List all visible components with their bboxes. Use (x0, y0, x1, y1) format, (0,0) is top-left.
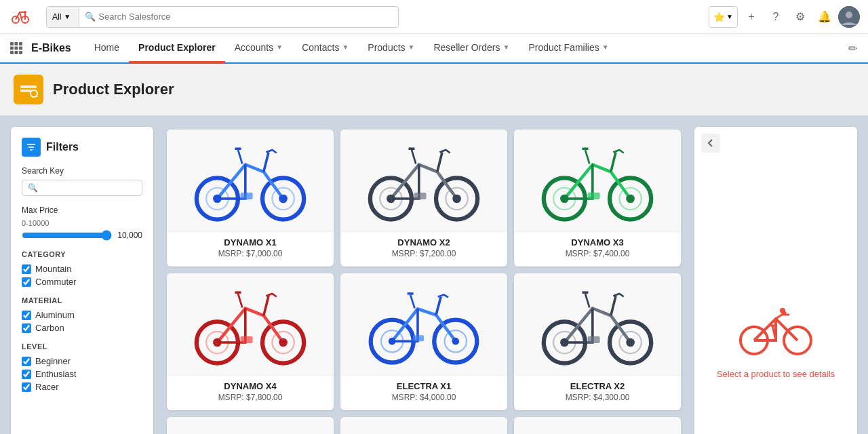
search-icon: 🔍 (85, 12, 96, 22)
level-racer-label: Racer (35, 382, 59, 392)
material-carbon-checkbox[interactable] (22, 323, 31, 333)
product-info: ELECTRA X2 MSRP: $4,300.00 (514, 375, 681, 410)
product-image (514, 417, 681, 434)
svg-rect-47 (241, 336, 253, 343)
collapse-detail-button[interactable] (701, 134, 720, 153)
svg-rect-40 (588, 193, 600, 199)
svg-point-48 (279, 338, 288, 347)
detail-empty-state: Select a product to see details (705, 138, 846, 434)
filters-panel: Filters Search Key 🔍 Max Price 0-10000 1… (11, 127, 153, 434)
svg-point-42 (560, 195, 569, 203)
product-image (167, 273, 334, 375)
nav-label-home: Home (94, 42, 119, 53)
search-key-input-wrapper: 🔍 (22, 180, 142, 196)
material-section: MATERIAL Aluminum Carbon (22, 296, 142, 333)
product-card[interactable]: BIKE 7 MSRP: $3,500.00 (167, 417, 334, 434)
product-name: DYNAMO X1 (175, 237, 326, 248)
svg-rect-11 (19, 47, 22, 50)
level-beginner-checkbox[interactable] (22, 357, 31, 366)
product-card[interactable]: BIKE 8 MSRP: $3,800.00 (340, 417, 507, 434)
app-logo[interactable] (8, 3, 33, 30)
filters-title: Filters (46, 141, 79, 153)
svg-line-18 (37, 96, 38, 98)
category-title: CATEGORY (22, 250, 142, 258)
product-info: DYNAMO X3 MSRP: $7,400.00 (514, 231, 681, 267)
material-aluminum: Aluminum (22, 310, 142, 320)
svg-point-62 (626, 338, 635, 347)
svg-point-5 (846, 12, 852, 18)
svg-rect-33 (414, 193, 427, 199)
top-navigation: All ▼ 🔍 ⭐ ▼ ＋ ? ⚙ 🔔 (0, 0, 868, 34)
chevron-down-icon: ▼ (64, 13, 71, 20)
product-name: DYNAMO X3 (522, 237, 673, 248)
nav-item-product-families[interactable]: Product Families ▼ (519, 33, 618, 63)
product-card[interactable]: DYNAMO X3 MSRP: $7,400.00 (514, 130, 681, 267)
material-carbon: Carbon (22, 323, 142, 333)
max-price-label: Max Price (22, 205, 142, 215)
chevron-down-icon: ▼ (726, 13, 733, 20)
app-launcher-button[interactable] (5, 37, 27, 59)
svg-point-49 (213, 338, 222, 347)
product-price: MSRP: $7,800.00 (175, 393, 326, 402)
nav-item-home[interactable]: Home (85, 33, 129, 63)
product-price: MSRP: $4,000.00 (349, 393, 499, 402)
detail-logo (735, 305, 816, 359)
add-button[interactable]: ＋ (741, 6, 762, 28)
product-info: ELECTRA X1 MSRP: $4,000.00 (340, 375, 507, 410)
category-mountain-checkbox[interactable] (22, 264, 31, 274)
page-header: Product Explorer (0, 64, 868, 116)
max-price-section: Max Price 0-10000 10,000 (22, 205, 142, 241)
nav-label-product-families: Product Families (528, 42, 599, 53)
level-enthusiast-checkbox[interactable] (22, 370, 31, 379)
nav-item-products[interactable]: Products ▼ (358, 33, 424, 63)
material-aluminum-checkbox[interactable] (22, 311, 31, 320)
search-scope-selector[interactable]: All ▼ (47, 7, 79, 27)
search-scope-label: All (52, 12, 61, 22)
svg-rect-61 (588, 336, 600, 343)
svg-point-41 (626, 195, 635, 203)
product-price: MSRP: $7,000.00 (175, 249, 326, 258)
price-range-range: 0-10000 (22, 219, 142, 227)
product-card[interactable]: DYNAMO X1 MSRP: $7,000.00 (167, 130, 334, 267)
favorites-button[interactable]: ⭐ ▼ (709, 6, 738, 28)
svg-rect-16 (20, 90, 31, 92)
page-icon (14, 75, 43, 104)
settings-button[interactable]: ⚙ (789, 6, 811, 28)
material-carbon-label: Carbon (35, 323, 64, 333)
level-beginner: Beginner (22, 356, 142, 366)
price-value-display: 10,000 (117, 231, 142, 240)
nav-label-reseller-orders: Reseller Orders (433, 42, 500, 53)
svg-rect-8 (19, 42, 22, 45)
search-key-input[interactable] (41, 183, 136, 193)
product-image (340, 130, 507, 231)
nav-label-product-explorer: Product Explorer (138, 42, 216, 53)
chevron-down-icon: ▼ (503, 43, 510, 51)
svg-point-35 (387, 195, 395, 203)
level-racer-checkbox[interactable] (22, 382, 31, 392)
nav-item-accounts[interactable]: Accounts ▼ (225, 33, 293, 63)
product-card[interactable]: DYNAMO X2 MSRP: $7,200.00 (340, 130, 507, 267)
category-mountain: Mountain (22, 264, 142, 274)
product-card[interactable]: ELECTRA X1 MSRP: $4,000.00 (340, 273, 507, 410)
help-button[interactable]: ? (765, 6, 787, 28)
app-navigation: E-Bikes Home Product Explorer Accounts ▼… (0, 34, 868, 64)
product-card[interactable]: DYNAMO X4 MSRP: $7,800.00 (167, 273, 334, 410)
product-image (340, 417, 507, 434)
search-key-icon: 🔍 (28, 183, 38, 193)
product-card[interactable]: BIKE 9 MSRP: $5,000.00 (514, 417, 681, 434)
product-image (514, 273, 681, 375)
notifications-button[interactable]: 🔔 (814, 6, 835, 28)
nav-item-product-explorer[interactable]: Product Explorer (129, 33, 225, 63)
nav-item-contacts[interactable]: Contacts ▼ (292, 33, 358, 63)
search-input[interactable] (98, 12, 393, 22)
star-icon: ⭐ (713, 12, 725, 22)
category-mountain-label: Mountain (35, 264, 71, 274)
price-slider[interactable] (22, 230, 112, 241)
nav-edit-button[interactable]: ✏ (843, 42, 863, 55)
user-avatar[interactable] (838, 6, 860, 28)
svg-rect-12 (10, 51, 14, 54)
category-commuter-checkbox[interactable] (22, 277, 31, 287)
nav-item-reseller-orders[interactable]: Reseller Orders ▼ (424, 33, 519, 63)
material-title: MATERIAL (22, 296, 142, 304)
product-card[interactable]: ELECTRA X2 MSRP: $4,300.00 (514, 273, 681, 410)
